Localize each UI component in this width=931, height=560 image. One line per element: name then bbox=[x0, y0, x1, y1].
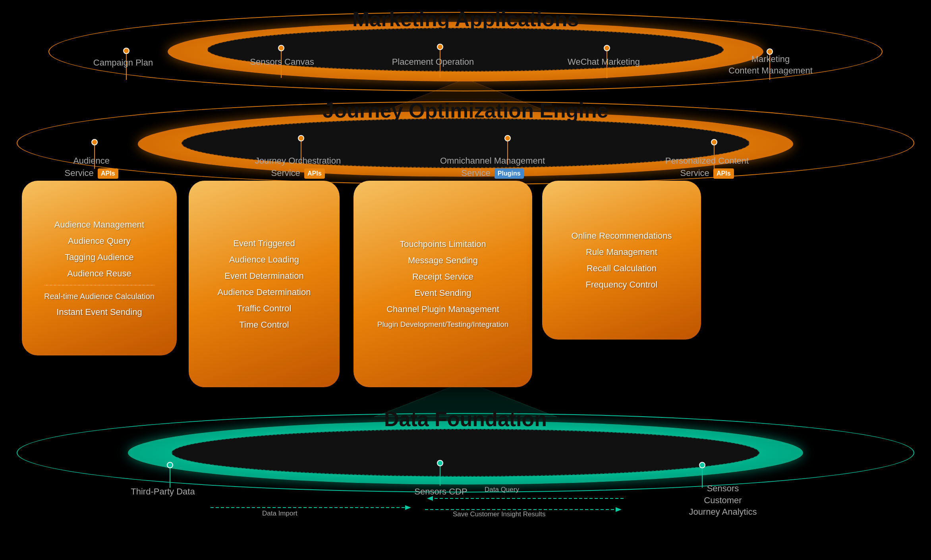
audience-item-2: Audience Query bbox=[68, 233, 131, 249]
journey-item-5: Traffic Control bbox=[237, 300, 292, 317]
joe-dot-1 bbox=[91, 139, 98, 145]
service-label-omni: Omnichannel ManagementService Plugins bbox=[421, 155, 564, 180]
omni-item-2: Message Sending bbox=[408, 252, 478, 268]
data-query-label: Data Query bbox=[485, 486, 519, 494]
third-party-label: Third-Party Data bbox=[119, 487, 207, 497]
df-dot-3 bbox=[699, 462, 705, 468]
audience-item-4: Audience Reuse bbox=[67, 265, 131, 282]
joe-dot-4 bbox=[711, 139, 717, 145]
data-import-label: Data Import bbox=[262, 510, 297, 518]
journey-item-6: Time Control bbox=[239, 317, 289, 333]
pers-item-2: Rule Management bbox=[586, 244, 657, 260]
personalized-badge: APIs bbox=[713, 168, 734, 179]
ma-dot-4 bbox=[604, 45, 610, 51]
ma-dot-1 bbox=[123, 48, 129, 54]
data-import-arrow bbox=[211, 504, 413, 516]
ma-dot-2 bbox=[278, 45, 284, 51]
pers-item-3: Recall Calculation bbox=[587, 260, 657, 276]
ma-label-campaign: Campaign Plan bbox=[91, 58, 155, 68]
journey-service-box: Event Triggered Audience Loading Event D… bbox=[189, 181, 340, 387]
sensors-customer-label: SensorsCustomerJourney Analytics bbox=[667, 483, 778, 518]
omni-badge: Plugins bbox=[494, 168, 524, 179]
service-label-personalized: Personalized ContentService APIs bbox=[643, 155, 771, 180]
svg-marker-7 bbox=[616, 507, 622, 512]
ma-label-placement: Placement Operation bbox=[385, 57, 481, 67]
df-title: Data Foundation bbox=[384, 407, 547, 431]
omni-item-6: Plugin Development/Testing/Integration bbox=[377, 317, 509, 332]
marketing-applications-title: Marketing Applications bbox=[352, 7, 579, 31]
journey-item-3: Event Determination bbox=[224, 268, 303, 284]
ma-dot-3 bbox=[437, 44, 443, 50]
svg-marker-3 bbox=[405, 505, 411, 510]
personalized-service-box: Online Recommendations Rule Management R… bbox=[542, 181, 701, 340]
omni-item-1: Touchpoints Limitation bbox=[400, 236, 486, 252]
service-label-journey: Journey OrchestrationService APIs bbox=[230, 155, 365, 180]
omni-service-box: Touchpoints Limitation Message Sending R… bbox=[353, 181, 532, 387]
audience-badge: APIs bbox=[98, 168, 118, 179]
journey-item-1: Event Triggered bbox=[233, 235, 295, 251]
journey-badge: APIs bbox=[304, 168, 325, 179]
joe-dot-3 bbox=[504, 135, 511, 141]
df-inner-dark bbox=[172, 429, 759, 477]
audience-service-box: Audience Management Audience Query Taggi… bbox=[22, 181, 177, 355]
omni-item-5: Channel Plugin Management bbox=[386, 301, 499, 317]
ma-label-mktcontent: MarketingContent Management bbox=[723, 54, 818, 76]
omni-item-4: Event Sending bbox=[414, 285, 471, 301]
joe-title: Journey Optimization Engine bbox=[323, 98, 608, 122]
diagram-container: Marketing Applications Campaign Plan Sen… bbox=[0, 0, 931, 560]
pers-item-1: Online Recommendations bbox=[571, 228, 672, 244]
df-line-2 bbox=[440, 466, 440, 486]
data-query-arrow bbox=[425, 494, 624, 506]
journey-item-2: Audience Loading bbox=[229, 251, 299, 268]
audience-item-5: Real-time Audience Calculation bbox=[44, 289, 155, 304]
journey-item-4: Audience Determination bbox=[218, 284, 311, 300]
pers-item-4: Frequency Control bbox=[586, 276, 658, 293]
audience-item-3: Tagging Audience bbox=[65, 249, 134, 265]
df-dot-1 bbox=[167, 462, 173, 468]
df-line-1 bbox=[170, 468, 170, 488]
audience-divider bbox=[44, 285, 155, 286]
audience-item-6: Instant Event Sending bbox=[56, 304, 142, 320]
joe-dot-2 bbox=[298, 135, 304, 141]
audience-item-1: Audience Management bbox=[54, 216, 144, 233]
save-insight-label: Save Customer Insight Results bbox=[453, 510, 545, 518]
df-dot-2 bbox=[437, 460, 443, 466]
svg-marker-5 bbox=[427, 496, 433, 501]
service-label-audience: AudienceService APIs bbox=[40, 155, 143, 180]
omni-item-3: Receipt Service bbox=[412, 268, 473, 285]
ma-label-sensors: Sensors Canvas bbox=[242, 57, 322, 67]
ma-label-wechat: WeChat Marketing bbox=[556, 57, 651, 67]
